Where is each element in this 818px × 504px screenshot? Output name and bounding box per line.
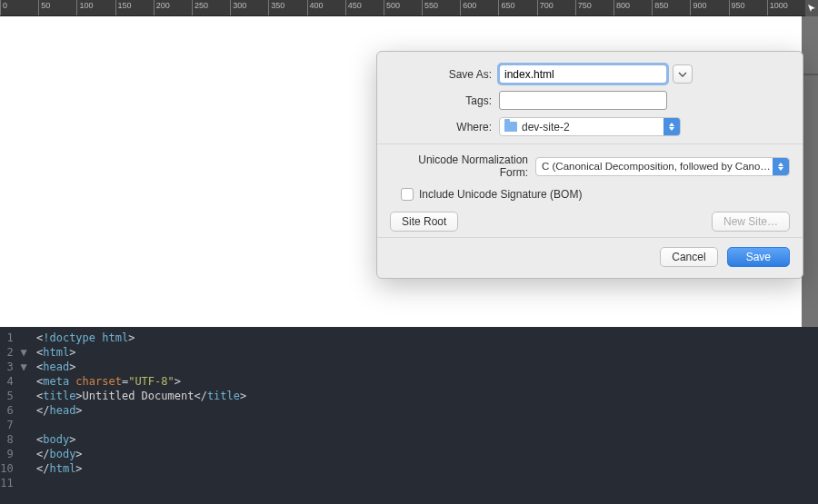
bom-label: Include Unicode Signature (BOM) — [419, 188, 582, 201]
ruler-tick: 250 — [192, 0, 208, 16]
line-number: 2 ▼ — [0, 345, 27, 360]
code-editor[interactable]: 1 2 ▼3 ▼4 5 6 7 8 9 10 11 <!doctype html… — [0, 327, 818, 504]
normalization-value: C (Canonical Decomposition, followed by … — [542, 161, 789, 172]
code-content[interactable]: <!doctype html><html><head><meta charset… — [33, 327, 818, 504]
where-value: dev-site-2 — [522, 121, 570, 133]
save-as-dialog: Save As: Tags: Where: dev-site-2 Unicode… — [376, 51, 803, 279]
ruler-tick: 50 — [38, 0, 50, 16]
ruler-tick: 350 — [268, 0, 284, 16]
cancel-button[interactable]: Cancel — [660, 247, 717, 267]
bom-checkbox[interactable] — [401, 188, 414, 201]
folder-icon — [504, 122, 517, 132]
code-line[interactable]: </body> — [36, 447, 818, 461]
line-number: 5 — [0, 389, 27, 403]
ruler-tick: 850 — [652, 0, 668, 16]
ruler-tick: 700 — [537, 0, 554, 16]
ruler-tick: 750 — [575, 0, 592, 16]
line-number: 3 ▼ — [0, 360, 27, 374]
line-number: 4 — [0, 374, 27, 389]
tags-label: Tags: — [390, 94, 499, 107]
ruler-cursor-icon — [805, 0, 818, 16]
ruler-tick: 400 — [307, 0, 324, 16]
normalization-label: Unicode Normalization Form: — [390, 153, 535, 179]
save-as-input[interactable] — [499, 64, 667, 84]
line-number: 7 — [0, 418, 27, 432]
ruler-tick: 600 — [460, 0, 476, 16]
code-line[interactable]: <head> — [36, 360, 818, 374]
ruler-tick: 1000 — [767, 0, 788, 16]
tags-input[interactable] — [499, 91, 667, 110]
code-line[interactable]: <title>Untitled Document</title> — [36, 389, 818, 403]
ruler-tick: 550 — [422, 0, 438, 16]
scrollbar-divider — [802, 74, 818, 75]
save-as-label: Save As: — [390, 68, 499, 81]
line-number: 6 — [0, 403, 27, 418]
line-gutter: 1 2 ▼3 ▼4 5 6 7 8 9 10 11 — [0, 327, 33, 504]
vertical-scrollbar[interactable] — [802, 16, 818, 327]
where-select[interactable]: dev-site-2 — [499, 117, 681, 136]
ruler-tick: 650 — [498, 0, 514, 16]
dialog-divider — [377, 237, 803, 238]
code-line[interactable]: <!doctype html> — [36, 331, 818, 345]
ruler-tick: 300 — [230, 0, 246, 16]
line-number: 9 — [0, 447, 27, 461]
dialog-divider — [377, 143, 803, 144]
code-line[interactable] — [36, 418, 818, 432]
ruler-tick: 450 — [345, 0, 362, 16]
ruler-tick: 100 — [76, 0, 93, 16]
ruler-tick: 150 — [115, 0, 132, 16]
select-arrows-icon — [663, 118, 680, 135]
line-number: 1 — [0, 331, 27, 345]
new-site-button: New Site… — [712, 212, 790, 232]
code-line[interactable]: <body> — [36, 432, 818, 447]
code-line[interactable]: <html> — [36, 345, 818, 360]
line-number: 10 — [0, 461, 27, 476]
ruler-tick: 900 — [690, 0, 706, 16]
site-root-button[interactable]: Site Root — [390, 212, 458, 232]
code-line[interactable]: </head> — [36, 403, 818, 418]
select-arrows-icon — [773, 158, 789, 175]
code-line[interactable]: <meta charset="UTF-8"> — [36, 374, 818, 389]
ruler-tick: 800 — [614, 0, 630, 16]
ruler-tick: 0 — [0, 0, 7, 16]
code-line[interactable] — [36, 476, 818, 490]
ruler-tick: 200 — [154, 0, 170, 16]
ruler-tick: 500 — [384, 0, 400, 16]
code-line[interactable]: </html> — [36, 461, 818, 476]
horizontal-ruler: 0501001502002503003504004505005506006507… — [0, 0, 818, 16]
save-button[interactable]: Save — [727, 247, 790, 267]
where-label: Where: — [390, 121, 499, 133]
line-number: 11 — [0, 476, 27, 490]
line-number: 8 — [0, 432, 27, 447]
normalization-select[interactable]: C (Canonical Decomposition, followed by … — [535, 157, 790, 176]
expand-dialog-button[interactable] — [673, 64, 693, 84]
ruler-tick: 950 — [729, 0, 745, 16]
